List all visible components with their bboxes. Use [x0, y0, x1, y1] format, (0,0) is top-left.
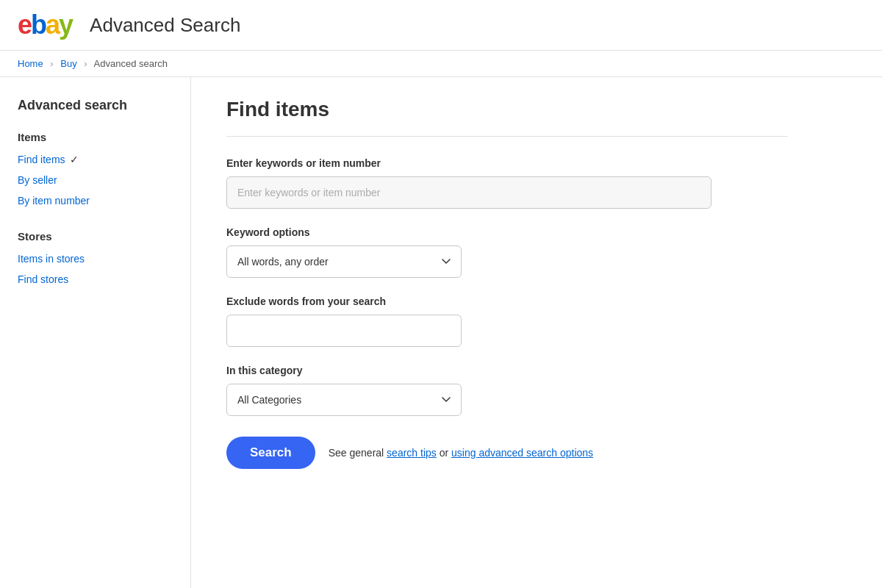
exclude-words-group: Exclude words from your search: [226, 295, 788, 347]
breadcrumb-current: Advanced search: [94, 58, 168, 69]
breadcrumb-separator-2: ›: [84, 58, 87, 69]
search-tips-link[interactable]: search tips: [387, 447, 437, 459]
keywords-input[interactable]: [226, 176, 711, 209]
page-title: Find items: [226, 98, 788, 121]
sidebar-link-by-seller[interactable]: By seller: [18, 174, 173, 186]
exclude-words-label: Exclude words from your search: [226, 295, 788, 307]
keywords-group: Enter keywords or item number: [226, 157, 788, 209]
breadcrumb: Home › Buy › Advanced search: [0, 51, 882, 77]
advanced-options-link[interactable]: using advanced search options: [451, 447, 593, 459]
content-divider: [226, 136, 788, 137]
logo-a: a: [46, 10, 59, 40]
sidebar-item-find-stores[interactable]: Find stores: [18, 273, 173, 285]
exclude-words-input[interactable]: [226, 315, 462, 347]
sidebar-link-find-stores[interactable]: Find stores: [18, 273, 173, 285]
category-group: In this category All CategoriesAntiquesA…: [226, 365, 788, 416]
keyword-options-label: Keyword options: [226, 226, 788, 238]
category-select[interactable]: All CategoriesAntiquesArtBabyBooksBusine…: [226, 384, 462, 416]
sidebar-item-by-seller[interactable]: By seller: [18, 174, 173, 186]
search-button[interactable]: Search: [226, 437, 315, 469]
logo-b: b: [31, 10, 46, 40]
keyword-options-group: Keyword options All words, any orderAny …: [226, 226, 788, 278]
ebay-logo: ebay: [18, 12, 72, 38]
logo-e: e: [18, 10, 31, 40]
find-items-checkmark: ✓: [70, 154, 79, 165]
sidebar-stores-section-label: Stores: [18, 230, 173, 243]
tips-prefix: See general: [329, 447, 387, 459]
sidebar-items-section-label: Items: [18, 131, 173, 143]
sidebar-items-nav: Find items ✓ By seller By item number: [18, 154, 173, 207]
sidebar-link-find-items[interactable]: Find items ✓: [18, 154, 173, 165]
sidebar-link-items-in-stores[interactable]: Items in stores: [18, 253, 173, 265]
page-header-title: Advanced Search: [90, 14, 240, 37]
breadcrumb-home[interactable]: Home: [18, 58, 43, 69]
search-tips-text: See general search tips or using advance…: [329, 447, 593, 459]
breadcrumb-separator-1: ›: [50, 58, 53, 69]
tips-or: or: [437, 447, 451, 459]
sidebar-link-by-item-number[interactable]: By item number: [18, 195, 173, 207]
sidebar-item-items-in-stores[interactable]: Items in stores: [18, 253, 173, 265]
keyword-options-select[interactable]: All words, any orderAny words, any order…: [226, 245, 462, 278]
sidebar-item-by-item-number[interactable]: By item number: [18, 195, 173, 207]
search-row: Search See general search tips or using …: [226, 437, 788, 469]
sidebar-item-find-items[interactable]: Find items ✓: [18, 154, 173, 165]
main-container: Advanced search Items Find items ✓ By se…: [0, 77, 882, 588]
sidebar: Advanced search Items Find items ✓ By se…: [0, 77, 191, 588]
breadcrumb-buy[interactable]: Buy: [60, 58, 76, 69]
header: ebay Advanced Search: [0, 0, 882, 51]
keywords-label: Enter keywords or item number: [226, 157, 788, 169]
sidebar-stores-nav: Items in stores Find stores: [18, 253, 173, 285]
category-label: In this category: [226, 365, 788, 376]
sidebar-title: Advanced search: [18, 98, 173, 113]
logo-y: y: [59, 10, 72, 40]
main-content: Find items Enter keywords or item number…: [191, 77, 823, 588]
